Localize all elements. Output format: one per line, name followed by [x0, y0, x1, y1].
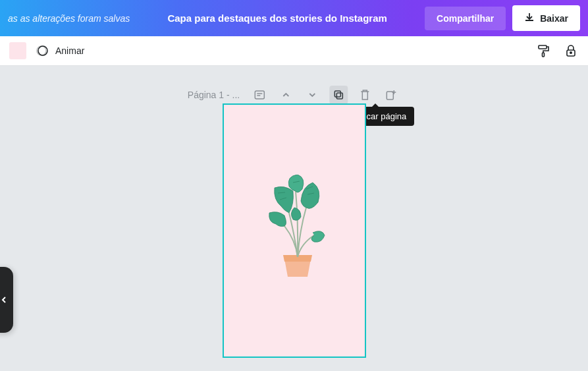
animate-label: Animar: [55, 45, 84, 56]
svg-rect-7: [334, 91, 340, 97]
toolbar: Animar: [0, 36, 588, 66]
page-label: Página 1 - ...: [188, 90, 240, 100]
workspace: Página 1 - ...: [0, 66, 588, 371]
svg-rect-6: [255, 91, 264, 99]
lock-icon[interactable]: [563, 43, 579, 59]
canvas[interactable]: [223, 103, 366, 358]
add-page-icon[interactable]: [382, 86, 400, 104]
share-button[interactable]: Compartilhar: [425, 7, 506, 30]
download-button[interactable]: Baixar: [512, 5, 580, 31]
header-actions: Compartilhar Baixar: [425, 5, 580, 31]
save-status: as as alterações foram salvas: [8, 13, 130, 24]
duplicate-page-icon[interactable]: [329, 86, 348, 104]
app-header: as as alterações foram salvas Capa para …: [0, 0, 588, 36]
toolbar-right: [535, 43, 579, 59]
color-swatch[interactable]: [9, 42, 26, 59]
download-label: Baixar: [540, 13, 568, 24]
page-controls: Página 1 - ...: [188, 86, 400, 104]
notes-icon[interactable]: [250, 86, 269, 104]
animate-icon: [36, 43, 50, 58]
animate-button[interactable]: Animar: [36, 43, 84, 58]
paint-roller-icon[interactable]: [535, 43, 551, 59]
plant-illustration: [261, 175, 327, 287]
delete-page-icon[interactable]: [356, 86, 374, 104]
expand-sidebar-tab[interactable]: [0, 267, 13, 333]
svg-rect-9: [387, 92, 393, 100]
svg-rect-8: [336, 93, 342, 99]
svg-rect-2: [539, 45, 547, 49]
svg-point-5: [570, 52, 572, 53]
svg-rect-3: [543, 53, 545, 57]
download-icon: [524, 12, 535, 24]
chevron-down-icon[interactable]: [303, 86, 321, 104]
document-title: Capa para destaques dos stories do Insta…: [130, 13, 425, 24]
chevron-up-icon[interactable]: [277, 86, 295, 104]
